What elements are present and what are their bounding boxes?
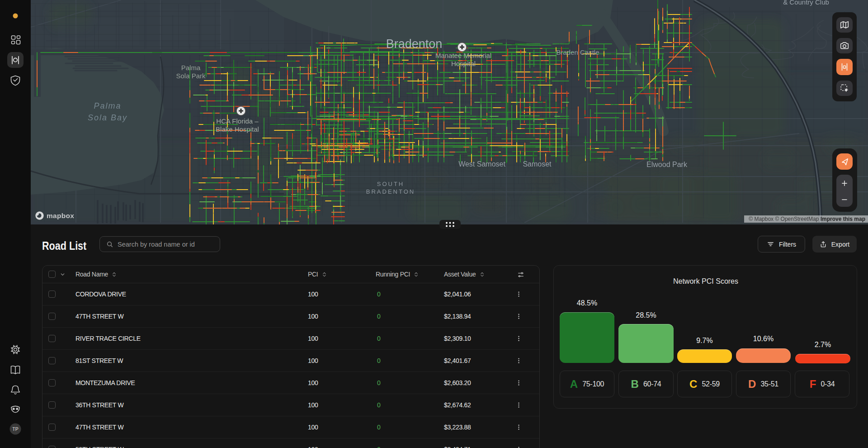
svg-text:Samoset: Samoset <box>523 160 552 168</box>
svg-text:Palma: Palma <box>94 101 121 110</box>
svg-text:Bradenton: Bradenton <box>386 37 443 51</box>
svg-text:Palma: Palma <box>181 64 201 71</box>
svg-text:BRADENTON: BRADENTON <box>366 188 415 195</box>
svg-text:& Country Club: & Country Club <box>783 0 829 6</box>
svg-text:HCA Florida –: HCA Florida – <box>216 117 259 125</box>
svg-text:Hospital: Hospital <box>451 60 476 67</box>
svg-text:West Samoset: West Samoset <box>458 160 505 168</box>
svg-text:Sola Bay: Sola Bay <box>88 113 127 122</box>
svg-text:Braden Castle: Braden Castle <box>556 48 599 56</box>
svg-text:Sola Park: Sola Park <box>176 72 206 80</box>
svg-text:Blake Hospital: Blake Hospital <box>216 125 259 133</box>
svg-text:Elwood Park: Elwood Park <box>646 161 688 168</box>
svg-text:TP: TP <box>12 426 18 432</box>
svg-text:SOUTH: SOUTH <box>377 181 405 187</box>
svg-text:Manatee Memorial: Manatee Memorial <box>435 52 491 59</box>
